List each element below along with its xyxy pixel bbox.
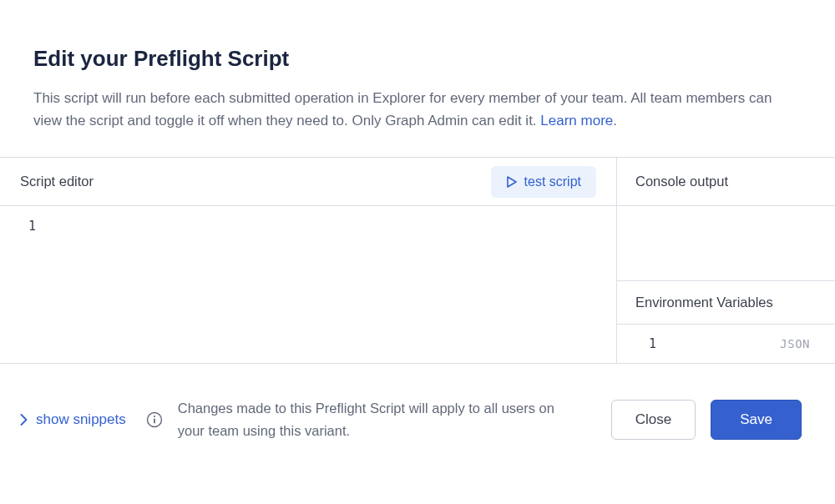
script-editor-title: Script editor xyxy=(20,174,94,189)
env-line-number: 1 xyxy=(649,336,656,351)
console-body xyxy=(617,206,835,281)
panels-container: Script editor test script 1 Console outp… xyxy=(0,157,835,364)
svg-point-1 xyxy=(154,416,155,417)
dialog-footer: show snippets Changes made to this Prefl… xyxy=(0,364,835,441)
test-script-button[interactable]: test script xyxy=(491,166,596,198)
dialog-header: Edit your Preflight Script This script w… xyxy=(0,0,835,157)
description-text: This script will run before each submitt… xyxy=(33,90,772,129)
save-button[interactable]: Save xyxy=(711,400,802,440)
show-snippets-label: show snippets xyxy=(36,411,126,428)
svg-rect-2 xyxy=(154,418,155,423)
dialog-title: Edit your Preflight Script xyxy=(33,46,802,72)
info-icon xyxy=(146,411,163,428)
dialog-description: This script will run before each submitt… xyxy=(33,87,802,132)
close-button[interactable]: Close xyxy=(611,400,696,440)
show-snippets-button[interactable]: show snippets xyxy=(20,411,126,428)
description-period: . xyxy=(613,113,617,129)
json-format-label: JSON xyxy=(780,337,810,350)
script-editor-header: Script editor test script xyxy=(0,158,616,206)
script-editor-body[interactable]: 1 xyxy=(0,206,616,363)
editor-line-number: 1 xyxy=(17,219,36,234)
chevron-right-icon xyxy=(20,414,28,426)
script-editor-panel: Script editor test script 1 xyxy=(0,158,617,363)
console-header: Console output xyxy=(617,158,835,206)
console-title: Console output xyxy=(635,174,728,189)
footer-info-text: Changes made to this Preflight Script wi… xyxy=(178,397,596,441)
play-icon xyxy=(506,176,518,188)
test-script-label: test script xyxy=(524,174,581,189)
env-vars-body[interactable]: 1 JSON xyxy=(617,325,835,363)
env-vars-header: Environment Variables xyxy=(617,281,835,325)
right-panel: Console output Environment Variables 1 J… xyxy=(617,158,835,363)
env-vars-title: Environment Variables xyxy=(635,295,773,310)
learn-more-link[interactable]: Learn more xyxy=(540,113,613,129)
